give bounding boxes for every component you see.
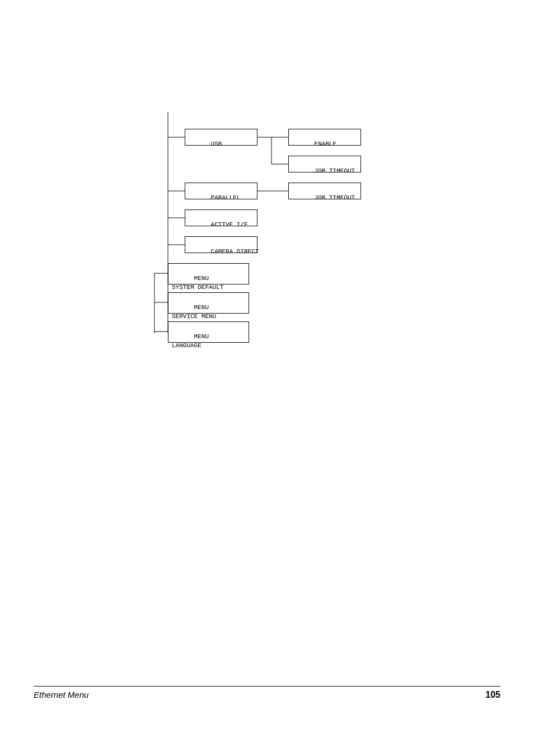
menu-language-box: MENU LANGUAGE [168,321,249,343]
enable-box: ENABLE [288,129,361,146]
parallel-box: PARALLEL [185,183,257,199]
parallel-label: PARALLEL [211,194,241,201]
camera-direct-box: CAMERA DIRECT [185,236,257,253]
job-timeout-usb-label: JOB TIMEOUT [315,167,355,174]
page-container: USB ENABLE JOB TIMEOUT PARALLEL JOB TIME… [0,0,534,756]
job-timeout-parallel-label: JOB TIMEOUT [315,194,355,201]
job-timeout-usb-box: JOB TIMEOUT [288,156,361,172]
usb-label: USB [211,141,222,147]
menu-service-menu-box: MENU SERVICE MENU [168,292,249,314]
footer-title: Ethernet Menu [34,690,88,699]
active-if-box: ACTIVE I/F [185,209,257,226]
diagram: USB ENABLE JOB TIMEOUT PARALLEL JOB TIME… [123,112,414,347]
menu-system-default-label: MENU SYSTEM DEFAULT [172,275,223,290]
footer-page: 105 [485,690,500,700]
menu-service-menu-label: MENU SERVICE MENU [172,304,216,319]
job-timeout-parallel-box: JOB TIMEOUT [288,183,361,199]
camera-direct-label: CAMERA DIRECT [211,248,259,255]
usb-box: USB [185,129,257,146]
active-if-label: ACTIVE I/F [211,221,248,228]
diagram-svg [123,112,414,347]
footer: Ethernet Menu 105 [34,686,500,700]
enable-label: ENABLE [315,141,337,147]
menu-system-default-box: MENU SYSTEM DEFAULT [168,263,249,284]
